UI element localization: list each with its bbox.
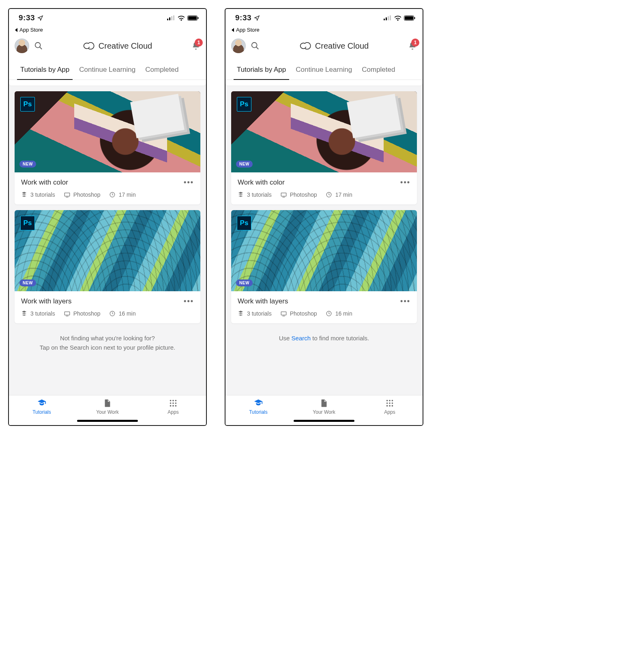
svg-rect-9 — [64, 193, 70, 196]
tutorial-title: Work with color — [238, 178, 285, 187]
back-to-app-store[interactable]: App Store — [9, 27, 206, 35]
avatar[interactable] — [231, 39, 246, 53]
location-arrow-icon — [37, 15, 43, 21]
tab-tutorials-by-app[interactable]: Tutorials by App — [232, 61, 291, 80]
svg-rect-29 — [405, 16, 413, 20]
ps-app-badge: Ps — [20, 216, 35, 230]
wifi-icon — [178, 15, 185, 21]
creative-cloud-icon — [300, 42, 311, 49]
notifications-button[interactable]: 1 — [408, 41, 417, 51]
tutorial-meta: 3 tutorials Photoshop 16 min — [21, 310, 194, 317]
apps-grid-icon — [169, 399, 178, 408]
more-button[interactable]: ••• — [184, 297, 194, 305]
content-area[interactable]: Ps NEW Work with color ••• 3 tutorials — [9, 80, 206, 395]
svg-point-45 — [386, 405, 388, 407]
app-icon — [64, 311, 70, 317]
notification-badge: 1 — [411, 39, 419, 47]
battery-icon — [187, 15, 199, 21]
back-caret-icon — [15, 28, 18, 32]
svg-point-17 — [175, 400, 177, 402]
tab-continue-learning[interactable]: Continue Learning — [74, 61, 140, 80]
tutorial-thumbnail: Ps NEW — [15, 91, 200, 172]
tutorial-meta: 3 tutorials Photoshop 17 min — [21, 191, 194, 198]
tab-completed[interactable]: Completed — [140, 61, 183, 80]
tutorials-count-icon — [238, 192, 244, 198]
file-icon — [320, 399, 328, 408]
svg-rect-3 — [173, 15, 174, 20]
duration-icon — [109, 192, 116, 198]
app-title: Creative Cloud — [99, 41, 152, 51]
status-time: 9:33 — [19, 13, 35, 22]
nav-your-work[interactable]: Your Work — [300, 399, 348, 415]
file-icon — [103, 399, 112, 408]
cellular-icon — [384, 15, 392, 20]
search-link[interactable]: Search — [292, 335, 311, 342]
cellular-icon — [167, 15, 175, 20]
svg-point-47 — [392, 405, 393, 407]
svg-point-41 — [392, 400, 393, 402]
tab-continue-learning[interactable]: Continue Learning — [291, 61, 357, 80]
footer-hint: Use Search to find more tutorials. — [225, 329, 423, 343]
svg-rect-27 — [390, 15, 391, 20]
tutorials-count-icon — [238, 311, 244, 317]
search-icon — [34, 41, 43, 50]
svg-point-23 — [175, 405, 177, 407]
home-indicator[interactable] — [77, 420, 138, 422]
nav-apps[interactable]: Apps — [365, 399, 414, 415]
wifi-icon — [394, 15, 401, 21]
tab-tutorials-by-app[interactable]: Tutorials by App — [15, 61, 74, 80]
more-button[interactable]: ••• — [184, 178, 194, 187]
svg-point-31 — [252, 43, 257, 48]
tutorial-title: Work with color — [21, 178, 68, 187]
home-indicator[interactable] — [294, 420, 354, 422]
svg-point-44 — [392, 402, 393, 404]
svg-point-18 — [170, 402, 172, 404]
nav-tutorials[interactable]: Tutorials — [234, 399, 283, 415]
svg-point-40 — [389, 400, 391, 402]
search-button[interactable] — [250, 41, 260, 51]
svg-point-16 — [172, 400, 174, 402]
svg-rect-24 — [384, 19, 385, 20]
nav-your-work[interactable]: Your Work — [83, 399, 132, 415]
tutorials-count-icon — [21, 192, 27, 198]
tutorial-card[interactable]: Ps NEW Work with color ••• 3 tutorials — [15, 91, 200, 204]
tutorial-card[interactable]: Ps NEW Work with layers ••• 3 tutorials — [15, 210, 200, 323]
tutorial-card[interactable]: Ps NEW Work with layers ••• 3 tutorials … — [231, 210, 417, 323]
duration-icon — [326, 192, 332, 198]
svg-rect-6 — [198, 17, 199, 19]
app-icon — [64, 192, 70, 198]
avatar[interactable] — [15, 39, 29, 53]
svg-rect-30 — [414, 17, 415, 19]
more-button[interactable]: ••• — [400, 297, 410, 305]
more-button[interactable]: ••• — [400, 178, 410, 187]
ps-app-badge: Ps — [20, 97, 35, 112]
tutorial-card[interactable]: Ps NEW Work with color ••• 3 tutorials P… — [231, 91, 417, 204]
svg-rect-12 — [64, 312, 70, 315]
svg-point-7 — [35, 43, 41, 48]
new-tag: NEW — [236, 279, 253, 286]
graduation-cap-icon — [37, 399, 46, 408]
svg-point-43 — [389, 402, 391, 404]
back-to-app-store[interactable]: App Store — [225, 27, 423, 35]
svg-rect-33 — [281, 193, 286, 196]
svg-point-39 — [386, 400, 388, 402]
svg-point-42 — [386, 402, 388, 404]
svg-point-20 — [175, 402, 177, 404]
tab-completed[interactable]: Completed — [357, 61, 400, 80]
content-area[interactable]: Ps NEW Work with color ••• 3 tutorials P… — [225, 80, 423, 395]
tabs: Tutorials by App Continue Learning Compl… — [225, 61, 423, 80]
search-button[interactable] — [33, 41, 44, 51]
svg-line-8 — [40, 47, 42, 49]
nav-apps[interactable]: Apps — [149, 399, 197, 415]
footer-hint: Not finding what you're looking for? Tap… — [9, 329, 206, 352]
app-title: Creative Cloud — [315, 41, 369, 51]
app-header: Creative Cloud 1 — [9, 35, 206, 61]
duration-icon — [326, 311, 332, 317]
new-tag: NEW — [19, 279, 36, 286]
notifications-button[interactable]: 1 — [191, 41, 200, 51]
new-tag: NEW — [19, 161, 36, 168]
svg-rect-5 — [188, 16, 197, 20]
notification-badge: 1 — [195, 39, 203, 47]
nav-tutorials[interactable]: Tutorials — [17, 399, 66, 415]
app-icon — [281, 192, 287, 198]
